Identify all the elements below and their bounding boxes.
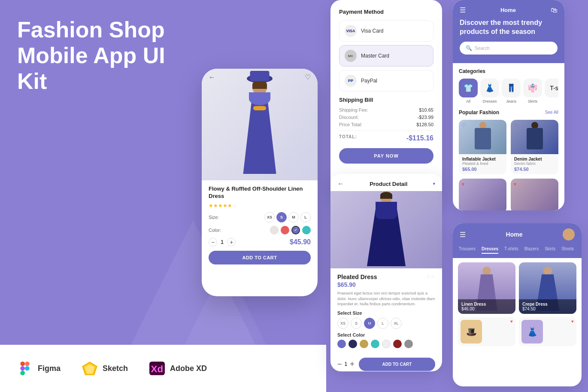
visa-icon: VISA bbox=[345, 25, 357, 37]
rp2-linen-dress[interactable]: Linen Dress $46.00 bbox=[458, 262, 515, 314]
pd-price: $65.90 bbox=[337, 281, 435, 288]
pd-qty-increase[interactable]: + bbox=[350, 360, 355, 369]
rp-cat-jeans[interactable]: 👖 Jeans bbox=[502, 79, 521, 103]
rp-home-title: Home bbox=[466, 7, 551, 13]
svg-point-4 bbox=[25, 366, 30, 371]
rp2-tab-blazers[interactable]: Blazers bbox=[524, 246, 539, 254]
size-m[interactable]: M bbox=[288, 212, 299, 222]
rp-product-jacket1[interactable]: ♡ Inflatable Jacket Pleated & lined $65.… bbox=[459, 120, 506, 174]
rp2-crepe-dress-label: Crepe Dress $74.50 bbox=[519, 299, 576, 314]
pay-now-button[interactable]: PAY NOW bbox=[339, 148, 433, 164]
add-to-cart-button[interactable]: ADD TO CART bbox=[209, 251, 311, 264]
rp-cat-skirts[interactable]: 👘 Skirts bbox=[523, 79, 542, 103]
pd-color-navy[interactable] bbox=[349, 340, 357, 348]
rp-menu-icon[interactable]: ☰ bbox=[460, 6, 466, 14]
rp-search-bar[interactable]: 🔍 Search bbox=[460, 42, 558, 55]
pd-description: Praesent eget lectus non orci tempor eui… bbox=[337, 291, 435, 307]
main-title: Fashion Shop Mobile App UI Kit bbox=[17, 17, 189, 94]
rp-cat-tshirts[interactable]: T-s bbox=[545, 79, 558, 103]
rp-product-4[interactable]: ♥ bbox=[511, 179, 558, 210]
rp2-item1-heart[interactable]: ♥ bbox=[510, 319, 513, 324]
size-s-active[interactable]: S bbox=[276, 212, 287, 222]
rp-cat-dresses[interactable]: 👗 Dresses bbox=[480, 79, 499, 103]
shipping-fee-value: $10.65 bbox=[419, 107, 433, 112]
payment-visa[interactable]: VISA Visa Card bbox=[339, 20, 433, 42]
hat-top bbox=[250, 71, 270, 81]
color-red[interactable] bbox=[281, 226, 289, 234]
rp-cat-all[interactable]: 👕 All bbox=[459, 79, 478, 103]
heart-icon[interactable]: ♡ bbox=[305, 73, 311, 81]
color-beige[interactable] bbox=[270, 226, 279, 234]
pd-size-s[interactable]: S bbox=[351, 318, 362, 329]
rp-see-all[interactable]: See All bbox=[545, 110, 558, 115]
rp2-menu-icon[interactable]: ☰ bbox=[460, 231, 466, 239]
pd-add-to-cart-button[interactable]: ADD TO CART bbox=[359, 358, 435, 371]
rp-product1-price: $65.00 bbox=[462, 167, 503, 172]
payment-mastercard[interactable]: MC Master Card bbox=[339, 45, 433, 67]
rp-product2-heart[interactable]: ♡ bbox=[513, 122, 518, 128]
price-total-value: $128.50 bbox=[416, 122, 433, 127]
price-total-label: Price Total: bbox=[339, 122, 362, 127]
pd-qty-decrease[interactable]: − bbox=[337, 360, 342, 369]
pd-color-teal[interactable] bbox=[371, 340, 379, 348]
total-row: TOTAL: -$115.16 bbox=[339, 131, 433, 142]
discount-value: -$23.99 bbox=[418, 115, 433, 120]
total-label: TOTAL: bbox=[339, 134, 357, 142]
pd-back-icon[interactable]: ← bbox=[337, 180, 344, 188]
rp2-item2-heart[interactable]: ♥ bbox=[571, 319, 574, 324]
pd-size-m-active[interactable]: M bbox=[364, 318, 375, 329]
rp2-dress-emoji: 👗 bbox=[527, 327, 538, 337]
pd-color-gold[interactable] bbox=[360, 340, 368, 348]
size-xs[interactable]: XS bbox=[264, 212, 275, 222]
right-phone-categories: ☰ Home 🛍 Discover the most trendy produc… bbox=[453, 0, 564, 210]
rp2-avatar[interactable] bbox=[563, 228, 575, 240]
qty-decrease[interactable]: − bbox=[209, 238, 217, 246]
rp2-hat-emoji: 🎩 bbox=[466, 327, 477, 337]
rp2-header: ☰ Home bbox=[453, 223, 582, 246]
pd-color-gray[interactable] bbox=[404, 340, 413, 348]
rp2-tab-dresses[interactable]: Dresses bbox=[482, 246, 498, 254]
product-stars: ★★★★★☆ bbox=[209, 203, 311, 209]
svg-text:Xd: Xd bbox=[151, 364, 164, 374]
rp2-hat-item[interactable]: ♥ 🎩 bbox=[458, 317, 515, 346]
rp2-crepe-dress[interactable]: Crepe Dress $74.50 bbox=[519, 262, 576, 314]
rp2-crepe-price: $74.50 bbox=[522, 307, 573, 311]
rp-cart-icon[interactable]: 🛍 bbox=[551, 6, 558, 14]
color-purple-active[interactable]: ✓ bbox=[291, 226, 300, 234]
rp-product-3[interactable]: ♥ bbox=[459, 179, 506, 210]
rp2-dress-item[interactable]: ♥ 👗 bbox=[519, 317, 576, 346]
rp-product4-heart[interactable]: ♥ bbox=[513, 181, 516, 187]
rp2-linen-dress-label: Linen Dress $46.00 bbox=[458, 299, 515, 314]
tools-bar: Figma Sketch Xd Adobe XD bbox=[0, 345, 326, 392]
rp-product3-heart[interactable]: ♥ bbox=[461, 181, 464, 187]
size-l[interactable]: L bbox=[300, 212, 311, 222]
j2-jacket bbox=[527, 128, 543, 149]
pd-color-white[interactable] bbox=[382, 340, 391, 348]
pd-product-name: Pleated Dress bbox=[337, 273, 377, 280]
pd-size-l[interactable]: L bbox=[377, 318, 388, 329]
pd-size-xl[interactable]: XL bbox=[391, 318, 402, 329]
pd-color-maroon[interactable] bbox=[393, 340, 402, 348]
pd-name-row: Pleated Dress ☆☆ bbox=[337, 273, 435, 281]
sketch-icon bbox=[82, 361, 97, 376]
payment-paypal[interactable]: PP PayPal bbox=[339, 70, 433, 91]
pd-color-purple[interactable] bbox=[337, 340, 346, 348]
rp2-tab-tshirts[interactable]: T-shirts bbox=[504, 246, 518, 254]
rp2-hat-img: 🎩 bbox=[461, 320, 482, 343]
rp2-tab-skirts[interactable]: Skirts bbox=[545, 246, 555, 254]
rp-product1-name: Inflatable Jacket bbox=[462, 157, 503, 161]
rp-product1-heart[interactable]: ♡ bbox=[461, 122, 466, 128]
rp2-tab-trousers[interactable]: Trousers bbox=[459, 246, 476, 254]
price-total-row: Price Total: $128.50 bbox=[339, 122, 433, 127]
pd-size-xs[interactable]: XS bbox=[337, 318, 349, 329]
rp2-tab-shorts[interactable]: Shorts bbox=[561, 246, 574, 254]
rp-product-jacket2[interactable]: ♡ Denim Jacket Denim fabric $74.50 bbox=[511, 120, 558, 174]
figma-label: Figma bbox=[38, 364, 61, 373]
qty-increase[interactable]: + bbox=[227, 238, 236, 246]
rp-cat-skirts-label: Skirts bbox=[528, 99, 538, 103]
back-arrow-icon[interactable]: ← bbox=[209, 73, 215, 81]
shipping-fee-label: Shipping Fee: bbox=[339, 107, 368, 112]
color-teal[interactable] bbox=[302, 226, 311, 234]
product-image-area: ← ♡ bbox=[202, 69, 318, 180]
pd-size-options: XS S M L XL bbox=[337, 318, 435, 329]
